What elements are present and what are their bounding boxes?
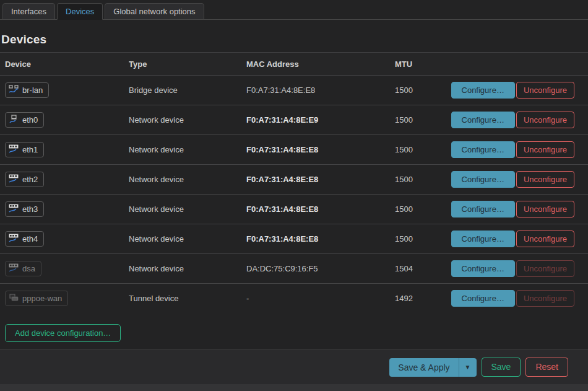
device-badge: eth2 xyxy=(5,172,44,187)
device-type: Network device xyxy=(129,264,246,273)
device-mtu: 1500 xyxy=(395,234,449,244)
device-type: Network device xyxy=(129,204,246,214)
configure-button[interactable]: Configure… xyxy=(451,82,515,99)
configure-button[interactable]: Configure… xyxy=(451,290,515,307)
device-mac-address: F0:A7:31:A4:8E:E8 xyxy=(246,234,395,244)
device-mac-address: F0:A7:31:A4:8E:E8 xyxy=(246,175,395,184)
tab-devices[interactable]: Devices xyxy=(57,3,103,20)
device-row: eth0 Network device F0:A7:31:A4:8E:E9 15… xyxy=(0,105,588,134)
device-row: eth1 Network device F0:A7:31:A4:8E:E8 15… xyxy=(0,134,588,164)
device-badge: eth0 xyxy=(5,112,44,128)
device-mtu: 1500 xyxy=(395,175,449,184)
device-mtu: 1500 xyxy=(395,86,449,95)
switch-icon xyxy=(9,263,19,274)
bridge-icon xyxy=(9,85,19,95)
device-row: eth3 Network device F0:A7:31:A4:8E:E8 15… xyxy=(0,194,588,224)
device-name: eth3 xyxy=(22,204,38,214)
device-type: Network device xyxy=(129,175,246,184)
device-type: Network device xyxy=(129,145,246,154)
device-row: eth4 Network device F0:A7:31:A4:8E:E8 15… xyxy=(0,224,588,253)
device-badge: dsa xyxy=(5,261,41,276)
device-name: br-lan xyxy=(22,86,43,95)
save-button[interactable]: Save xyxy=(482,358,521,377)
unconfigure-button: Unconfigure xyxy=(516,290,574,307)
reset-button[interactable]: Reset xyxy=(525,358,568,377)
page-title: Devices xyxy=(1,33,588,46)
unconfigure-button[interactable]: Unconfigure xyxy=(516,201,574,217)
device-badge: eth3 xyxy=(5,201,44,217)
device-type: Bridge device xyxy=(129,86,246,95)
tunnel-icon xyxy=(9,293,19,304)
device-mtu: 1500 xyxy=(395,145,449,154)
unconfigure-button[interactable]: Unconfigure xyxy=(516,231,574,247)
configure-button[interactable]: Configure… xyxy=(451,260,515,277)
col-header-mtu: MTU xyxy=(395,59,449,69)
devices-table: Device Type MAC Address MTU br-lan Bridg… xyxy=(0,52,588,313)
save-apply-button[interactable]: Save & Apply xyxy=(389,358,458,377)
device-type: Tunnel device xyxy=(129,294,246,303)
device-mtu: 1500 xyxy=(395,115,449,125)
device-name: eth1 xyxy=(22,145,38,154)
configure-button[interactable]: Configure… xyxy=(451,231,515,247)
device-mtu: 1504 xyxy=(395,264,449,273)
footer-action-bar: Save & Apply ▼ Save Reset xyxy=(0,349,588,384)
device-row: dsa Network device DA:DC:75:C9:16:F5 150… xyxy=(0,253,588,283)
unconfigure-button[interactable]: Unconfigure xyxy=(516,112,574,128)
configure-button[interactable]: Configure… xyxy=(451,112,515,128)
col-header-mac: MAC Address xyxy=(246,59,395,69)
configure-button[interactable]: Configure… xyxy=(451,141,515,158)
device-name: dsa xyxy=(22,264,35,273)
unconfigure-button[interactable]: Unconfigure xyxy=(516,82,574,99)
device-type: Network device xyxy=(129,115,246,125)
device-row: br-lan Bridge device F0:A7:31:A4:8E:E8 1… xyxy=(0,75,588,105)
table-header-row: Device Type MAC Address MTU xyxy=(0,52,588,75)
col-header-device: Device xyxy=(5,59,129,69)
device-mtu: 1500 xyxy=(395,204,449,214)
device-name: pppoe-wan xyxy=(22,294,62,303)
configure-button[interactable]: Configure… xyxy=(451,201,515,217)
tab-bar: InterfacesDevicesGlobal network options xyxy=(0,0,588,20)
device-row: eth2 Network device F0:A7:31:A4:8E:E8 15… xyxy=(0,164,588,194)
configure-button[interactable]: Configure… xyxy=(451,171,515,188)
switch-icon xyxy=(9,204,19,214)
device-mac-address: F0:A7:31:A4:8E:E9 xyxy=(246,115,395,125)
save-apply-split-button: Save & Apply ▼ xyxy=(389,358,476,377)
switch-icon xyxy=(9,174,19,185)
switch-icon xyxy=(9,234,19,244)
ethernet-icon xyxy=(9,115,19,125)
tab-global-network-options[interactable]: Global network options xyxy=(105,3,204,20)
tab-interfaces[interactable]: Interfaces xyxy=(2,3,55,20)
device-badge: br-lan xyxy=(5,82,49,98)
unconfigure-button[interactable]: Unconfigure xyxy=(516,171,574,188)
unconfigure-button[interactable]: Unconfigure xyxy=(516,141,574,158)
device-type: Network device xyxy=(129,234,246,244)
device-mac-address: F0:A7:31:A4:8E:E8 xyxy=(246,145,395,154)
device-row: pppoe-wan Tunnel device - 1492 Configure… xyxy=(0,283,588,313)
device-name: eth2 xyxy=(22,175,38,184)
device-name: eth4 xyxy=(22,234,38,244)
unconfigure-button: Unconfigure xyxy=(516,260,574,277)
page-bottom-strip xyxy=(0,384,588,391)
device-mtu: 1492 xyxy=(395,294,449,303)
device-mac-address: - xyxy=(246,294,395,303)
device-badge: eth4 xyxy=(5,231,44,247)
device-mac-address: DA:DC:75:C9:16:F5 xyxy=(246,264,395,273)
device-name: eth0 xyxy=(22,115,38,125)
col-header-type: Type xyxy=(129,59,246,69)
add-device-configuration-button[interactable]: Add device configuration… xyxy=(5,324,121,342)
save-apply-dropdown-caret-icon[interactable]: ▼ xyxy=(459,358,477,377)
device-mac-address: F0:A7:31:A4:8E:E8 xyxy=(246,204,395,214)
device-badge: eth1 xyxy=(5,142,44,157)
switch-icon xyxy=(9,144,19,155)
device-badge: pppoe-wan xyxy=(5,291,68,306)
device-mac-address: F0:A7:31:A4:8E:E8 xyxy=(246,86,395,95)
